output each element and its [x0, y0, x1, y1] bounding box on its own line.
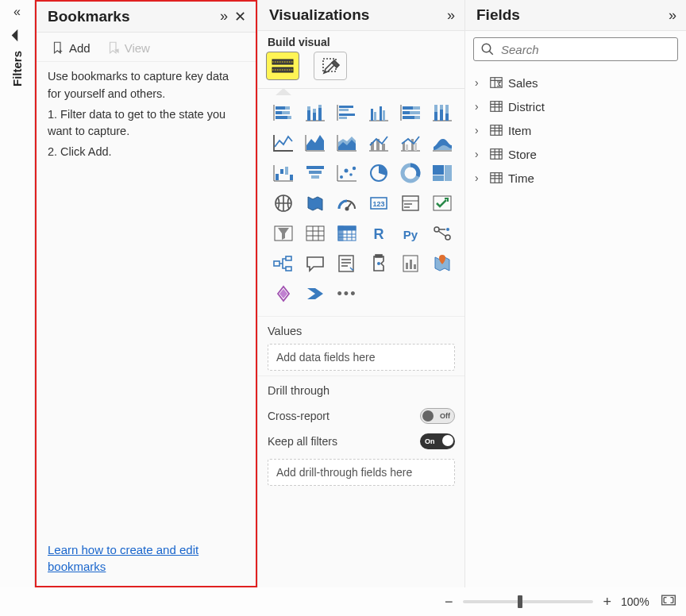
svg-rect-27 — [410, 111, 420, 114]
power-apps-icon[interactable] — [269, 281, 298, 306]
svg-rect-40 — [406, 144, 408, 151]
table-label: Item — [508, 124, 531, 137]
kpi-icon[interactable] — [428, 191, 457, 216]
gauge-icon[interactable] — [333, 191, 361, 216]
key-influencers-icon[interactable] — [428, 221, 457, 246]
bookmark-add-icon — [51, 40, 65, 55]
svg-point-50 — [340, 175, 343, 179]
clustered-bar-icon[interactable] — [333, 100, 361, 125]
funnel-icon[interactable] — [301, 160, 330, 186]
table-label: Sales — [508, 76, 538, 90]
cross-report-toggle[interactable]: Off — [420, 408, 455, 424]
svg-rect-21 — [374, 112, 376, 121]
svg-rect-91 — [491, 125, 502, 136]
drill-drop-area[interactable]: Add drill-through fields here — [268, 459, 455, 486]
zoom-level: 100% — [621, 595, 654, 608]
slicer-icon[interactable] — [269, 221, 298, 246]
format-tab-icon — [318, 56, 342, 76]
svg-rect-10 — [307, 110, 310, 121]
add-label: Add — [69, 41, 91, 55]
svg-rect-80 — [286, 267, 291, 271]
line-stacked-column-icon[interactable] — [364, 130, 393, 156]
fields-search-box[interactable] — [473, 37, 678, 61]
fields-title: Fields — [476, 6, 520, 24]
qa-visual-icon[interactable] — [301, 251, 330, 276]
zoom-in-button[interactable]: + — [599, 594, 615, 610]
table-item[interactable]: ›Item — [473, 118, 678, 142]
filters-funnel-icon[interactable]: ◤ — [10, 27, 25, 42]
multi-row-card-icon[interactable] — [396, 191, 425, 216]
zoom-footer: − + 100% — [432, 587, 686, 616]
drill-header: Drill through — [268, 384, 455, 397]
zoom-out-button[interactable]: − — [441, 594, 457, 610]
hundred-bar-icon[interactable] — [396, 100, 425, 125]
format-tab-button[interactable] — [314, 52, 347, 80]
table-sales[interactable]: ›Sales — [473, 71, 678, 94]
decomposition-tree-icon[interactable] — [269, 251, 298, 276]
map-icon[interactable] — [269, 191, 298, 216]
zoom-slider[interactable] — [463, 600, 594, 603]
collapse-icon[interactable]: » — [218, 8, 229, 25]
paginated-report-icon[interactable] — [396, 251, 425, 276]
pie-icon[interactable] — [364, 160, 393, 186]
waterfall-icon[interactable] — [269, 160, 298, 186]
stacked-bar-icon[interactable] — [269, 100, 298, 125]
svg-rect-29 — [414, 116, 420, 119]
ribbon-chart-icon[interactable] — [428, 130, 457, 156]
stacked-column-icon[interactable] — [301, 100, 330, 125]
bookmarks-step2: 2. Click Add. — [48, 144, 245, 161]
keep-filters-toggle[interactable]: On — [420, 433, 455, 449]
svg-rect-82 — [376, 255, 382, 257]
smart-narrative-icon[interactable] — [333, 251, 361, 276]
fit-to-page-button[interactable] — [661, 594, 676, 610]
table-icon — [489, 123, 503, 137]
azure-map-icon[interactable] — [428, 251, 457, 276]
cross-report-state: Off — [440, 412, 450, 420]
table-time[interactable]: ›Time — [473, 166, 678, 190]
matrix-icon[interactable] — [333, 221, 361, 246]
filters-expand-icon[interactable]: « — [13, 5, 21, 19]
card-icon[interactable]: 123 — [364, 191, 393, 216]
power-automate-icon[interactable] — [301, 281, 330, 306]
build-visual-label: Build visual — [258, 31, 464, 52]
table-store[interactable]: ›Store — [473, 142, 678, 166]
chevron-right-icon: › — [475, 100, 484, 113]
svg-rect-31 — [434, 112, 437, 121]
table-icon[interactable] — [301, 221, 330, 246]
chevron-right-icon: › — [475, 76, 484, 89]
bookmarks-intro: Use bookmarks to capture key data for yo… — [48, 68, 245, 103]
table-label: District — [508, 100, 545, 114]
svg-rect-58 — [433, 175, 444, 181]
bookmarks-step1: 1. Filter data to get to the state you w… — [48, 106, 245, 141]
build-tab-button[interactable] — [266, 52, 299, 80]
fields-search-input[interactable] — [501, 43, 671, 56]
r-visual-icon[interactable]: R — [364, 221, 393, 246]
donut-icon[interactable] — [396, 160, 425, 186]
svg-text:Py: Py — [403, 228, 418, 241]
svg-point-88 — [482, 44, 491, 52]
treemap-icon[interactable] — [428, 160, 457, 186]
values-drop-area[interactable]: Add data fields here — [268, 344, 455, 371]
scatter-icon[interactable] — [333, 160, 361, 186]
filled-map-icon[interactable] — [301, 191, 330, 216]
table-district[interactable]: ›District — [473, 94, 678, 118]
line-chart-icon[interactable] — [269, 130, 298, 156]
fields-collapse-icon[interactable]: » — [667, 7, 678, 24]
goals-icon[interactable] — [364, 251, 393, 276]
area-chart-icon[interactable] — [301, 130, 330, 156]
more-visuals-icon[interactable]: ••• — [333, 281, 361, 306]
python-visual-icon[interactable]: Py — [396, 221, 425, 246]
viz-collapse-icon[interactable]: » — [445, 7, 457, 24]
visual-type-grid: 123 R Py ••• — [258, 89, 464, 316]
add-bookmark-button[interactable]: Add — [48, 39, 94, 56]
clustered-column-icon[interactable] — [364, 100, 393, 125]
close-icon[interactable]: ✕ — [233, 8, 248, 25]
learn-link[interactable]: Learn how to create and edit bookmarks — [48, 543, 198, 573]
hundred-column-icon[interactable] — [428, 100, 457, 125]
svg-rect-8 — [276, 116, 287, 119]
line-clustered-column-icon[interactable] — [396, 130, 425, 156]
svg-rect-65 — [404, 203, 412, 205]
stacked-area-icon[interactable] — [333, 130, 361, 156]
keep-filters-label: Keep all filters — [268, 435, 337, 448]
table-label: Store — [508, 148, 537, 161]
